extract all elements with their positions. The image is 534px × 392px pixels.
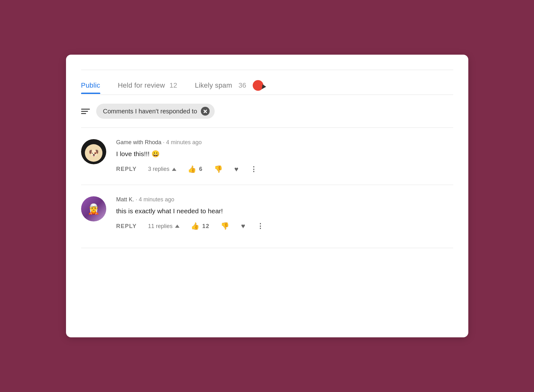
heart-icon: ♥ <box>234 165 239 173</box>
comment-time: 4 minutes ago <box>139 196 174 203</box>
like-button[interactable]: 👍 6 <box>188 165 203 173</box>
replies-count: 11 replies <box>148 223 173 230</box>
bottom-divider <box>81 248 453 248</box>
replies-button[interactable]: 3 replies <box>148 166 176 172</box>
heart-icon: ♥ <box>241 222 246 230</box>
thumbs-up-icon: 👍 <box>188 165 196 173</box>
meta-separator: · <box>163 139 166 145</box>
notification-dot <box>253 80 263 91</box>
reply-button[interactable]: REPLY <box>116 166 137 172</box>
avatar: 🧝 <box>81 196 106 221</box>
avatar-dog-inner: 🐶 <box>81 139 106 164</box>
tabs-container: Public Held for review 12 Likely spam 36 <box>66 76 468 95</box>
chevron-up-icon <box>172 168 176 171</box>
comment-text: I love this!!! 😀 <box>116 149 453 159</box>
comment-time: 4 minutes ago <box>166 139 202 145</box>
reply-button[interactable]: REPLY <box>116 223 137 230</box>
dislike-button[interactable]: 👎 <box>214 165 223 173</box>
replies-count: 3 replies <box>148 166 169 172</box>
comment-row: 🐶 Game with Rhoda · 4 minutes ago I love… <box>66 128 468 185</box>
filter-row: Comments I haven't responded to <box>66 95 468 128</box>
thumbs-down-icon: 👎 <box>221 222 229 230</box>
comment-meta: Matt K. · 4 minutes ago <box>116 196 453 203</box>
thumbs-down-icon: 👎 <box>214 165 223 173</box>
filter-chip-label: Comments I haven't responded to <box>103 108 197 115</box>
comment-body: Matt K. · 4 minutes ago this is exactly … <box>116 196 453 231</box>
tab-held[interactable]: Held for review 12 <box>118 78 177 93</box>
like-count: 6 <box>199 166 203 172</box>
chevron-up-icon <box>175 225 179 228</box>
filter-line-3 <box>81 113 86 114</box>
like-button[interactable]: 👍 12 <box>191 222 209 230</box>
cursor-icon <box>260 84 266 90</box>
purple-avatar-emoji: 🧝 <box>87 203 100 215</box>
tab-spam-label: Likely spam <box>195 81 232 90</box>
comment-text: this is exactly what I needed to hear! <box>116 206 453 216</box>
comment-row: 🧝 Matt K. · 4 minutes ago this is exactl… <box>66 185 468 242</box>
tab-public[interactable]: Public <box>81 78 100 93</box>
comment-actions: REPLY 3 replies 👍 6 👎 ♥ ⋮ <box>116 165 453 173</box>
filter-line-2 <box>81 111 88 112</box>
like-count: 12 <box>202 223 210 230</box>
filter-line-1 <box>81 109 90 110</box>
tab-spam-count: 36 <box>239 81 246 90</box>
tab-public-label: Public <box>81 81 100 89</box>
heart-button[interactable]: ♥ <box>234 165 239 173</box>
filter-chip[interactable]: Comments I haven't responded to <box>96 104 215 119</box>
dislike-button[interactable]: 👎 <box>221 222 229 230</box>
filter-chip-close-button[interactable] <box>201 107 210 116</box>
dog-face: 🐶 <box>85 144 102 162</box>
tab-held-count: 12 <box>169 81 177 89</box>
main-card: Public Held for review 12 Likely spam 36… <box>66 55 468 337</box>
filter-icon[interactable] <box>81 109 90 114</box>
tab-spam[interactable]: Likely spam 36 <box>195 76 263 95</box>
top-divider <box>81 70 453 70</box>
comment-body: Game with Rhoda · 4 minutes ago I love t… <box>116 139 453 173</box>
thumbs-up-icon: 👍 <box>191 222 200 230</box>
avatar: 🐶 <box>81 139 106 164</box>
comment-meta: Game with Rhoda · 4 minutes ago <box>116 139 453 146</box>
more-button[interactable]: ⋮ <box>257 222 264 230</box>
comment-actions: REPLY 11 replies 👍 12 👎 ♥ ⋮ <box>116 222 453 230</box>
replies-button[interactable]: 11 replies <box>148 223 179 230</box>
heart-button[interactable]: ♥ <box>241 222 246 230</box>
dog-emoji: 🐶 <box>89 148 99 158</box>
comment-author: Game with Rhoda <box>116 139 162 145</box>
comment-author: Matt K. <box>116 196 134 203</box>
meta-separator: · <box>136 196 139 203</box>
more-button[interactable]: ⋮ <box>250 165 258 173</box>
tab-held-label: Held for review <box>118 81 165 89</box>
